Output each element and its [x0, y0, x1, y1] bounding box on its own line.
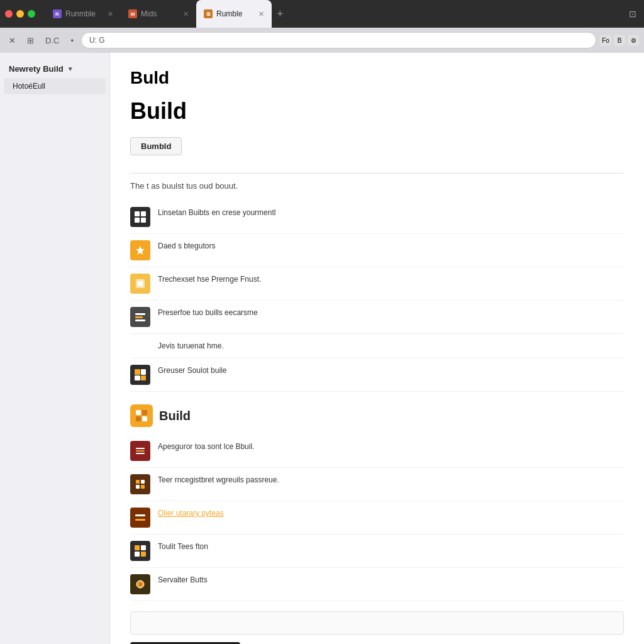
svg-rect-2 [136, 410, 141, 415]
section2-item-4: Servalter Butts [130, 568, 624, 601]
maximize-window-btn[interactable] [28, 10, 35, 18]
grid-cell [135, 545, 140, 550]
section2-title: Build [159, 409, 191, 423]
svg-rect-6 [136, 448, 145, 449]
nav-star-icon[interactable]: • [67, 33, 77, 48]
stripe-icon [135, 512, 146, 523]
grid-cell [141, 218, 146, 223]
browser-tab-2[interactable]: M Mids ✕ [121, 0, 196, 28]
feature-text-4: Jevis turuenat hme. [158, 340, 224, 352]
nav-forward-icon[interactable]: ⊞ [23, 33, 38, 48]
new-tab-button[interactable]: + [272, 0, 289, 28]
grid-cell [141, 375, 147, 381]
grid-cell [135, 375, 140, 381]
svg-point-16 [138, 582, 142, 586]
sidebar-item-label-0: HotoéEull [13, 82, 45, 91]
section2-item-0: Apesguror toa sont lce Bbuil. [130, 435, 624, 468]
minimize-window-btn[interactable] [16, 10, 24, 18]
sidebar-header[interactable]: Newrety Build ▼ [0, 60, 109, 77]
page-title-large: Build [130, 98, 624, 125]
bookmark-icon[interactable]: B [614, 35, 625, 46]
svg-rect-5 [142, 416, 147, 421]
feature-icon-5 [130, 365, 150, 385]
svg-rect-4 [136, 416, 141, 421]
browser-action-icon[interactable]: ⊡ [626, 6, 639, 21]
svg-rect-14 [135, 519, 145, 521]
svg-rect-7 [136, 450, 145, 452]
close-window-btn[interactable] [5, 10, 13, 18]
sidebar: Newrety Build ▼ HotoéEull [0, 53, 110, 644]
section2-feature-list: Apesguror toa sont lce Bbuil. Teer rnceg… [130, 435, 624, 601]
tab-bar: R Runmble ✕ M Mids ✕ ⊞ Rumble ✕ + [45, 0, 616, 28]
address-text: U: G [89, 36, 105, 45]
tab-close-3[interactable]: ✕ [258, 10, 264, 18]
section2-item-3: Toulit Tees fton [130, 535, 624, 568]
red-icon [135, 445, 146, 457]
nav-back-btn[interactable]: ✕ [5, 33, 19, 48]
address-bar-row: ✕ ⊞ D.C • U: G Fo B ⚙ [0, 28, 644, 53]
grid-icon-0 [135, 211, 146, 223]
grid-cell [141, 369, 147, 375]
window-controls [5, 10, 35, 18]
bars-icon [135, 313, 145, 321]
browser-tab-3[interactable]: ⊞ Rumble ✕ [196, 0, 272, 28]
tab-close-2[interactable]: ✕ [183, 10, 189, 18]
svg-rect-10 [141, 480, 145, 484]
grid-cell [135, 218, 140, 223]
section2-header: Build [130, 404, 624, 427]
feature-icon-1 [130, 240, 150, 260]
svg-rect-1 [138, 281, 143, 286]
section2-text-1: Teer rncegistbret wgreuils passreue. [158, 474, 279, 486]
section-description: The t as buulst tus oud bouut. [130, 181, 624, 191]
star-icon [135, 278, 146, 289]
extensions-icon[interactable]: Fo [600, 35, 611, 46]
bottom-input[interactable] [130, 611, 624, 635]
feature-icon-2 [130, 274, 150, 294]
section2-icon [130, 404, 153, 427]
feature-text-5: Greuser Soulot buile [158, 365, 226, 376]
svg-rect-8 [136, 453, 145, 454]
section2-text-2[interactable]: Olier utarary pyteas [158, 508, 224, 519]
addr-icon-group: Fo B ⚙ [600, 35, 639, 46]
section2-text-3: Toulit Tees fton [158, 541, 208, 552]
svg-rect-3 [142, 410, 147, 415]
svg-rect-11 [136, 485, 140, 489]
feature-text-0: Linsetan Buibts en crese yourmentl [158, 207, 275, 218]
settings-icon[interactable]: ⚙ [628, 35, 639, 46]
tab-favicon-3: ⊞ [204, 9, 213, 18]
trophy-icon [135, 245, 146, 256]
section2-icon-0 [130, 441, 150, 461]
svg-rect-13 [135, 514, 145, 516]
grid-cell [135, 369, 140, 375]
feature-text-3: Preserfoe tuo buills eecarsme [158, 307, 258, 318]
main-content: Buld Build Bumbld The t as buulst tus ou… [110, 53, 644, 644]
grid-cell [135, 552, 140, 557]
browser-tab-1[interactable]: R Runmble ✕ [45, 0, 121, 28]
divider-1 [130, 173, 624, 174]
browser-actions: ⊡ [626, 6, 639, 21]
feature-item-3: Preserfoe tuo buills eecarsme [130, 301, 624, 334]
address-input[interactable]: U: G [81, 32, 596, 48]
feature-list: Linsetan Buibts en crese yourmentl Daed … [130, 201, 624, 392]
sidebar-dropdown-icon: ▼ [67, 65, 74, 72]
section2-icon-svg [135, 409, 148, 423]
section2-item-1: Teer rncegistbret wgreuils passreue. [130, 468, 624, 501]
section2-icon-2 [130, 508, 150, 528]
section2-text-0: Apesguror toa sont lce Bbuil. [158, 441, 254, 452]
tab-favicon-1: R [53, 9, 62, 18]
section2-icon-1 [130, 474, 150, 494]
tab-label-3: Rumble [216, 9, 242, 18]
section2-item-2: Olier utarary pyteas [130, 501, 624, 535]
grid-icon-5 [135, 369, 146, 380]
build-button[interactable]: Bumbld [130, 137, 182, 155]
feature-item-1: Daed s btegutors [130, 234, 624, 267]
grid-cell [135, 211, 140, 216]
page-title-small: Buld [130, 68, 624, 88]
grid-cell [141, 545, 146, 550]
nav-refresh-icon[interactable]: D.C [42, 33, 63, 48]
dark-orange-icon [135, 479, 146, 490]
sidebar-item-0[interactable]: HotoéEull [4, 78, 106, 94]
app-layout: Newrety Build ▼ HotoéEull Buld Build Bum… [0, 53, 644, 644]
tab-close-1[interactable]: ✕ [108, 10, 113, 18]
section2-icon-3 [130, 541, 150, 561]
